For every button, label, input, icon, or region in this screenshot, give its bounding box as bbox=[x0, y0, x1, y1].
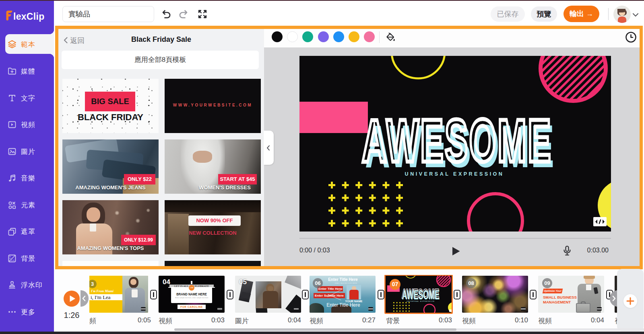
svg-text:AWESOME: AWESOME bbox=[362, 107, 552, 174]
svg-text:lexClip: lexClip bbox=[13, 11, 45, 22]
svg-text:UNIVERSAL EXPRESSION: UNIVERSAL EXPRESSION bbox=[405, 171, 504, 177]
